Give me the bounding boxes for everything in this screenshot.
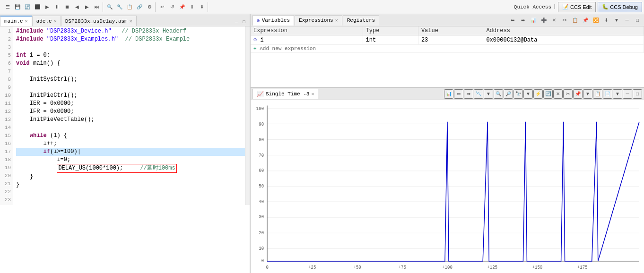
toolbar-btn-17[interactable]: ↺ [167, 2, 177, 12]
toolbar-btn-5[interactable]: ▶ [43, 2, 52, 12]
tab-bar: main.c ✕ adc.c ✕ DSP2833x_usDelay.asm ✕ … [0, 14, 250, 26]
chart-btn-14[interactable]: 📌 [573, 89, 583, 99]
chart-area: 100 90 80 70 60 50 40 30 20 10 0 [251, 100, 644, 273]
toolbar-btn-6[interactable]: ⏸ [52, 2, 62, 12]
chart-btn-17[interactable]: 📄 [603, 89, 612, 99]
code-line-14 [16, 124, 245, 132]
chart-btn-6[interactable]: 🔍 [494, 89, 503, 99]
toolbar-btn-2[interactable]: 💾 [13, 2, 22, 12]
code-line-13: InitPieVectTable(); [16, 116, 245, 124]
vars-btn-1[interactable]: ⬅ [508, 16, 517, 25]
vars-btn-9[interactable]: 🔀 [591, 16, 600, 25]
chart-btn-5[interactable]: ▼ [484, 89, 493, 99]
chart-btn-12[interactable]: ✕ [553, 89, 563, 99]
main-layout: main.c ✕ adc.c ✕ DSP2833x_usDelay.asm ✕ … [0, 14, 644, 273]
chart-btn-11[interactable]: 🔄 [543, 89, 553, 99]
add-expression-row[interactable]: + Add new expression [251, 45, 644, 53]
quick-access-label: Quick Access [514, 4, 551, 10]
tab-variables-label: Variables [262, 17, 290, 23]
vars-btn-11[interactable]: ▼ [612, 16, 621, 25]
vars-btn-7[interactable]: 📋 [570, 16, 580, 25]
code-line-15: while (1) { [16, 132, 245, 140]
svg-text:40: 40 [259, 199, 264, 205]
tab-main-c[interactable]: main.c ✕ [0, 16, 32, 26]
chart-btn-2[interactable]: ⬅ [454, 89, 463, 99]
chart-btn-16[interactable]: 📋 [593, 89, 602, 99]
toolbar-btn-14[interactable]: 🔗 [135, 2, 144, 12]
tab-delay-asm[interactable]: DSP2833x_usDelay.asm ✕ [61, 16, 137, 26]
chart-btn-8[interactable]: 🔭 [513, 89, 523, 99]
chart-btn-15[interactable]: ▼ [583, 89, 592, 99]
svg-text:90: 90 [259, 121, 264, 127]
chart-right-toolbar: 📊 ⬅ ➡ 📉 ▼ 🔍 🔎 🔭 ▼ ⚡ 🔄 ✕ ✂ 📌 ▼ 📋 [444, 89, 642, 99]
vars-btn-6[interactable]: ✂ [560, 16, 569, 25]
code-line-21: } [16, 181, 245, 189]
tab-variables[interactable]: ⊕ Variables [252, 15, 294, 26]
svg-text:80: 80 [259, 137, 264, 143]
col-address: Address [483, 26, 644, 35]
toolbar-btn-9[interactable]: ▶ [82, 2, 92, 12]
chart-btn-7[interactable]: 🔎 [504, 89, 513, 99]
vars-btn-12[interactable]: ─ [622, 16, 632, 25]
tab-maximize-btn[interactable]: □ [240, 18, 248, 26]
top-toolbar: ☰ 💾 🔄 ⬛ ▶ ⏸ ⏹ ◀ ▶ ⏭ 🔍 🔧 📋 🔗 ⚙ ↩ ↺ 📌 ⬆ ⬇ … [0, 0, 644, 14]
vars-btn-3[interactable]: 📊 [529, 16, 538, 25]
code-editor[interactable]: 1 2 3 5 6 7 8 9 10 11 12 13 14 15 16 17 [0, 26, 250, 273]
chart-btn-9[interactable]: ▼ [523, 89, 533, 99]
vars-btn-2[interactable]: ➡ [518, 16, 528, 25]
vars-btn-5[interactable]: ✕ [549, 16, 559, 25]
chart-btn-10[interactable]: ⚡ [533, 89, 543, 99]
chart-btn-19[interactable]: ─ [623, 89, 632, 99]
chart-tab-close[interactable]: ✕ [311, 91, 314, 97]
chart-btn-1[interactable]: 📊 [444, 89, 453, 99]
vars-table-container: Expression Type Value Address ⊕ i int 23… [251, 26, 644, 88]
chart-btn-3[interactable]: ➡ [464, 89, 473, 99]
ccs-edit-button[interactable]: 📝 CCS Edit [558, 2, 596, 12]
chart-toolbar: 📈 Single Time -3 ✕ 📊 ⬅ ➡ 📉 ▼ 🔍 🔎 🔭 ▼ ⚡ 🔄 [251, 88, 644, 100]
vars-btn-8[interactable]: 📌 [581, 16, 590, 25]
svg-text:0: 0 [261, 258, 264, 264]
chart-btn-4[interactable]: 📉 [474, 89, 483, 99]
tab-minimize-btn[interactable]: ─ [233, 18, 240, 26]
col-value: Value [418, 26, 483, 35]
code-line-19: DELAY_US(1000*100); //延时100ms [16, 164, 245, 173]
svg-text:+50: +50 [353, 264, 361, 270]
toolbar-btn-7[interactable]: ⏹ [62, 2, 72, 12]
vars-btn-10[interactable]: ⬇ [601, 16, 611, 25]
tab-expressions-close[interactable]: ✕ [335, 17, 338, 23]
tab-expressions[interactable]: Expressions ✕ [295, 15, 342, 26]
chart-tab-single-time[interactable]: 📈 Single Time -3 ✕ [252, 89, 318, 99]
chart-btn-20[interactable]: □ [633, 89, 642, 99]
vars-btn-4[interactable]: ➕ [539, 16, 548, 25]
ccs-debug-button[interactable]: 🐛 CCS Debug [598, 2, 642, 12]
code-line-8: InitSysCtrl(); [16, 76, 245, 84]
add-icon: + [253, 46, 257, 51]
toolbar-btn-15[interactable]: ⚙ [145, 2, 154, 12]
toolbar-btn-1[interactable]: ☰ [3, 2, 12, 12]
toolbar-btn-11[interactable]: 🔍 [105, 2, 114, 12]
tab-delay-asm-close[interactable]: ✕ [130, 18, 132, 24]
tab-adc-c-close[interactable]: ✕ [54, 18, 57, 24]
toolbar-btn-19[interactable]: ⬆ [187, 2, 197, 12]
vars-btn-13[interactable]: □ [633, 16, 642, 25]
col-expression: Expression [251, 26, 363, 35]
tab-main-c-close[interactable]: ✕ [25, 18, 28, 24]
toolbar-btn-13[interactable]: 📋 [125, 2, 134, 12]
add-expression-cell[interactable]: + Add new expression [251, 45, 644, 53]
toolbar-btn-3[interactable]: 🔄 [23, 2, 32, 12]
scrollbar[interactable] [245, 26, 250, 205]
toolbar-btn-10[interactable]: ⏭ [92, 2, 102, 12]
chart-icon: 📈 [257, 91, 264, 98]
toolbar-btn-8[interactable]: ◀ [72, 2, 82, 12]
tab-adc-c[interactable]: adc.c ✕ [32, 16, 61, 26]
toolbar-btn-12[interactable]: 🔧 [115, 2, 124, 12]
chart-btn-18[interactable]: ▼ [613, 89, 622, 99]
code-line-22 [16, 189, 245, 197]
toolbar-btn-4[interactable]: ⬛ [33, 2, 42, 12]
toolbar-btn-16[interactable]: ↩ [157, 2, 167, 12]
toolbar-btn-20[interactable]: ⬇ [197, 2, 207, 12]
chart-btn-13[interactable]: ✂ [563, 89, 573, 99]
vars-icon: ⊕ [257, 17, 260, 24]
tab-registers[interactable]: Registers [343, 15, 379, 26]
toolbar-btn-18[interactable]: 📌 [177, 2, 187, 12]
